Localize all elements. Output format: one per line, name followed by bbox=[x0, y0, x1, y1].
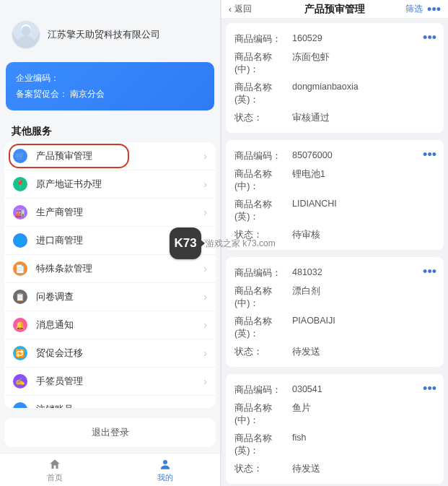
field-label: 商品名称(英)： bbox=[234, 82, 292, 106]
menu-item-1[interactable]: 📍原产地证书办理› bbox=[4, 170, 216, 199]
status-value: 待发送 bbox=[292, 463, 320, 475]
menu-item-label: 产品预审管理 bbox=[36, 149, 92, 162]
menu-item-5[interactable]: 📋问卷调查› bbox=[4, 283, 216, 311]
name-cn-value: 锂电池1 bbox=[292, 168, 325, 193]
card-more-icon[interactable]: ••• bbox=[423, 264, 436, 279]
migrate-icon: 🔁 bbox=[13, 346, 27, 360]
menu-item-9[interactable]: ↩注销账号› bbox=[4, 396, 216, 408]
menu-item-label: 原产地证书办理 bbox=[36, 178, 102, 191]
field-label: 商品名称(中)： bbox=[234, 51, 292, 76]
bottom-nav: 首页 我的 bbox=[0, 453, 220, 486]
status-value: 审核通过 bbox=[292, 112, 330, 124]
menu-item-label: 贸促会迁移 bbox=[36, 347, 83, 360]
enterprise-card: 企业编码： 备案贸促会： 南京分会 bbox=[6, 62, 214, 110]
code-value: 160529 bbox=[292, 33, 322, 45]
survey-icon: 📋 bbox=[13, 290, 27, 304]
more-icon[interactable]: ••• bbox=[427, 3, 441, 16]
bell-icon: 🔔 bbox=[13, 318, 27, 332]
status-value: 待审核 bbox=[292, 229, 320, 241]
logout-icon: ↩ bbox=[13, 402, 27, 408]
menu-item-label: 注销账号 bbox=[36, 403, 74, 408]
back-button[interactable]: ‹ 返回 bbox=[229, 3, 252, 15]
logout-button[interactable]: 退出登录 bbox=[4, 418, 216, 447]
menu-item-label: 特殊条款管理 bbox=[36, 262, 92, 275]
field-label: 商品编码： bbox=[234, 267, 292, 279]
code-value: 481032 bbox=[292, 267, 322, 279]
field-label: 商品编码： bbox=[234, 33, 292, 45]
chevron-right-icon: › bbox=[203, 291, 207, 303]
name-en-value: LIDIANCHI bbox=[292, 199, 337, 223]
menu-item-0[interactable]: 🛒产品预审管理› bbox=[4, 142, 216, 170]
field-label: 商品名称(中)： bbox=[234, 168, 292, 193]
section-title: 其他服务 bbox=[0, 119, 220, 142]
field-label: 商品编码： bbox=[234, 150, 292, 162]
field-label: 状态： bbox=[234, 229, 292, 241]
filter-button[interactable]: 筛选 ••• bbox=[405, 3, 441, 16]
field-label: 商品名称(英)： bbox=[234, 199, 292, 223]
person-icon bbox=[159, 458, 172, 471]
chevron-right-icon: › bbox=[203, 404, 207, 408]
company-name: 江苏擎天助贸科技有限公司 bbox=[48, 28, 160, 41]
chevron-right-icon: › bbox=[203, 207, 207, 218]
chevron-right-icon: › bbox=[203, 376, 207, 387]
card-more-icon[interactable]: ••• bbox=[423, 381, 436, 396]
name-en-value: fish bbox=[292, 433, 306, 457]
product-card[interactable]: •••商品编码：030541商品名称(中)：鱼片商品名称(英)：fish状态：待… bbox=[226, 374, 444, 484]
home-icon bbox=[48, 458, 61, 471]
location-icon: 📍 bbox=[13, 177, 27, 191]
chevron-right-icon: › bbox=[203, 263, 207, 274]
chevron-right-icon: › bbox=[203, 347, 207, 359]
code-value: 85076000 bbox=[292, 150, 333, 162]
field-label: 商品名称(中)： bbox=[234, 285, 292, 310]
menu-item-label: 问卷调查 bbox=[36, 290, 74, 303]
menu-item-label: 生产商管理 bbox=[36, 206, 83, 219]
nav-mine-label: 我的 bbox=[157, 472, 173, 483]
menu-item-label: 手签员管理 bbox=[36, 375, 83, 388]
factory-icon: 🏭 bbox=[13, 205, 27, 220]
enterprise-code-label: 企业编码： bbox=[16, 73, 59, 83]
council-row: 备案贸促会： 南京分会 bbox=[16, 87, 204, 103]
terms-icon: 📄 bbox=[13, 261, 27, 276]
field-label: 状态： bbox=[234, 112, 292, 124]
card-more-icon[interactable]: ••• bbox=[423, 30, 436, 45]
product-list: •••商品编码：160529商品名称(中)：冻面包虾商品名称(英)：dongmi… bbox=[221, 19, 448, 486]
chevron-right-icon: › bbox=[203, 178, 207, 190]
card-more-icon[interactable]: ••• bbox=[423, 147, 436, 162]
back-label: 返回 bbox=[234, 3, 252, 15]
name-en-value: dongmianbaoxia bbox=[292, 82, 359, 106]
service-menu: 🛒产品预审管理›📍原产地证书办理›🏭生产商管理›🌐进口商管理›📄特殊条款管理›📋… bbox=[4, 142, 216, 408]
name-en-value: PIAOBAIJI bbox=[292, 316, 335, 340]
name-cn-value: 冻面包虾 bbox=[292, 51, 330, 76]
status-value: 待发送 bbox=[292, 346, 320, 358]
product-card[interactable]: •••商品编码：85076000商品名称(中)：锂电池1商品名称(英)：LIDI… bbox=[226, 140, 444, 250]
menu-item-8[interactable]: ✍手签员管理› bbox=[4, 368, 216, 396]
field-label: 状态： bbox=[234, 463, 292, 475]
svg-point-0 bbox=[163, 460, 167, 464]
chevron-right-icon: › bbox=[203, 319, 207, 331]
field-label: 状态： bbox=[234, 346, 292, 358]
field-label: 商品名称(英)： bbox=[234, 316, 292, 340]
council-value: 南京分会 bbox=[70, 89, 105, 99]
topbar: ‹ 返回 产品预审管理 筛选 ••• bbox=[221, 0, 448, 19]
menu-item-label: 进口商管理 bbox=[36, 234, 83, 247]
nav-home[interactable]: 首页 bbox=[0, 458, 110, 483]
chevron-right-icon: › bbox=[203, 150, 207, 162]
profile-block: 江苏擎天助贸科技有限公司 bbox=[0, 0, 220, 56]
avatar bbox=[12, 20, 40, 49]
product-card[interactable]: •••商品编码：481032商品名称(中)：漂白剂商品名称(英)：PIAOBAI… bbox=[226, 257, 444, 367]
menu-item-3[interactable]: 🌐进口商管理› bbox=[4, 227, 216, 255]
name-cn-value: 鱼片 bbox=[292, 402, 311, 427]
field-label: 商品编码： bbox=[234, 384, 292, 396]
name-cn-value: 漂白剂 bbox=[292, 285, 320, 310]
nav-mine[interactable]: 我的 bbox=[110, 458, 221, 483]
code-value: 030541 bbox=[292, 384, 322, 396]
menu-item-label: 消息通知 bbox=[36, 318, 74, 331]
enterprise-code-row: 企业编码： bbox=[16, 71, 204, 87]
menu-item-4[interactable]: 📄特殊条款管理› bbox=[4, 255, 216, 283]
signer-icon: ✍ bbox=[13, 374, 27, 389]
menu-item-7[interactable]: 🔁贸促会迁移› bbox=[4, 339, 216, 368]
product-card[interactable]: •••商品编码：160529商品名称(中)：冻面包虾商品名称(英)：dongmi… bbox=[226, 23, 444, 133]
menu-item-2[interactable]: 🏭生产商管理› bbox=[4, 199, 216, 227]
chevron-right-icon: › bbox=[203, 235, 207, 246]
menu-item-6[interactable]: 🔔消息通知› bbox=[4, 311, 216, 339]
